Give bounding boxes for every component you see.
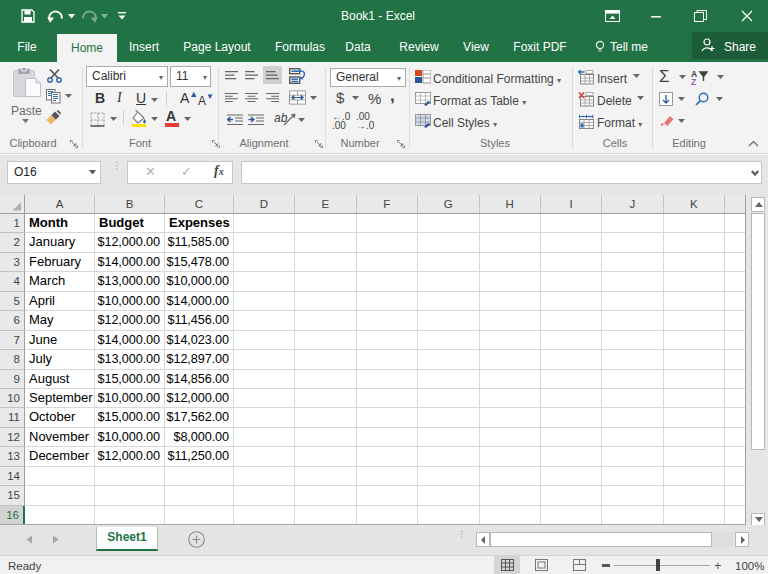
svg-text:Z: Z [691,77,696,85]
